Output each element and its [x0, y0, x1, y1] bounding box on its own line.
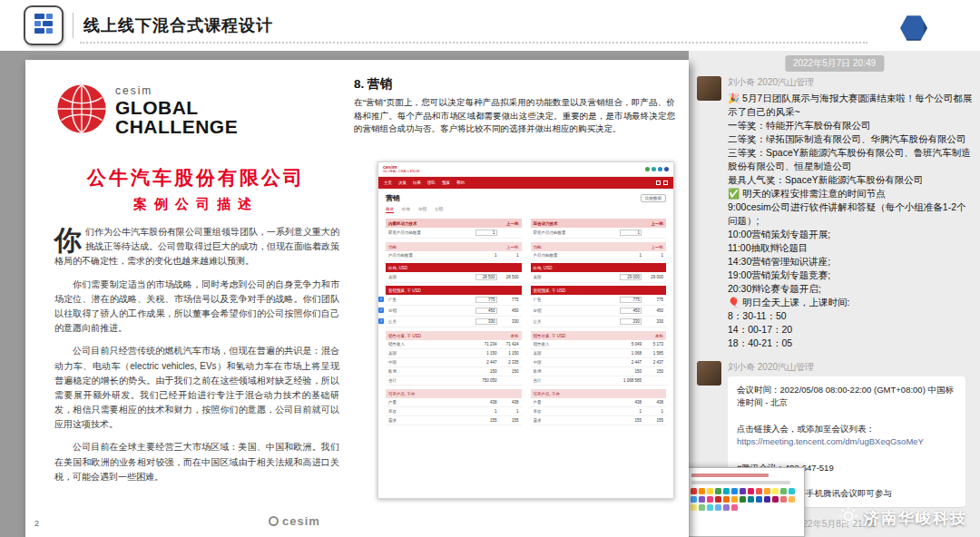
emoji-icon[interactable]	[691, 504, 697, 511]
sim-subheader: 可变产品, 千件	[386, 389, 522, 398]
cesim-screenshot: cesim GLOBAL CHALLENGE 主页决策结果团队预算帮助 营销 比…	[377, 161, 674, 499]
sim-row: 库存11	[531, 407, 667, 416]
sim-row: 研发产品功能数量1	[386, 228, 522, 239]
emoji-icon[interactable]	[723, 496, 730, 503]
sim-menubar-icons	[656, 181, 668, 185]
emoji-icon[interactable]	[756, 496, 762, 503]
message-text: 🎉 5月7日团队展示与海报大赛圆满结束啦！每个公司都展示了自己的风采~ 一等奖：…	[728, 92, 975, 350]
emoji-icon[interactable]	[723, 488, 730, 494]
emoji-icon[interactable]	[707, 488, 713, 494]
sim-row: 合计750 050	[386, 376, 522, 386]
message-line	[737, 448, 956, 461]
watermark-text: 济南华峻科技	[864, 508, 967, 529]
sim-subheader: 营销预算, 千 USD	[531, 286, 667, 295]
cesim-logo-text: cesim GLOBAL CHALLENGE	[115, 85, 238, 136]
emoji-icon[interactable]	[740, 496, 746, 503]
sim-row: 库存11	[386, 407, 522, 416]
sim-topbar: cesim GLOBAL CHALLENGE	[378, 162, 673, 177]
emoji-icon[interactable]	[731, 488, 738, 494]
emoji-icon[interactable]	[764, 488, 770, 494]
footer-logo-text: cesim	[282, 514, 320, 528]
sim-menu-item: 决策	[398, 181, 407, 185]
slide-page: cesim GLOBAL CHALLENGE 公牛汽车股份有限公司 案例公司描述…	[25, 60, 689, 537]
emoji-icon[interactable]	[789, 496, 795, 503]
emoji-icon[interactable]	[731, 504, 738, 511]
emoji-icon[interactable]	[780, 488, 787, 494]
emoji-icon[interactable]	[691, 488, 697, 494]
case-description: 你们作为公牛汽车股份有限公司重组领导团队，一系列意义重大的挑战正等待达成。公司曾…	[54, 225, 339, 493]
sim-subheader: 营销预算, 千 USD	[386, 286, 522, 295]
paragraph: 公司目前只经营传统的燃机汽车市场，但现在普遍的共识是：混合动力车、电动车（ele…	[54, 344, 339, 432]
emoji-icon[interactable]	[740, 488, 746, 494]
sim-content: 营销 比较数据 概览价格促销分销 内燃机动力技术上一轮研发产品功能数量1功能上一…	[378, 189, 673, 498]
sender-name: 刘小奇 2020汽山管理	[728, 76, 971, 89]
cesim-globe-icon	[56, 83, 107, 138]
emoji-icon[interactable]	[780, 496, 787, 503]
sim-menu-item: 主页	[384, 181, 392, 185]
paragraph: 公司目前在全球主要经营三大市场区域：美国、中国和欧洲。我们在美国和欧洲的业务相对…	[54, 440, 339, 484]
emoji-icon[interactable]	[699, 504, 705, 511]
sim-columns: 内燃机动力技术上一轮研发产品功能数量1功能上一轮产品功能数量11价格, USD美…	[386, 219, 666, 425]
sim-panel-hybrid: 混合动力技术上一轮研发产品功能数量1功能上一轮产品功能数量11价格, USD美国…	[531, 219, 667, 425]
teal-dot-icon	[652, 167, 656, 171]
emoji-icon[interactable]	[707, 496, 713, 503]
chat-scroll-area[interactable]: 2022年5月7日 20:49 刘小奇 2020汽山管理 🎉 5月7日团队展示与…	[689, 51, 980, 537]
paragraph: 你们需要制定适当的市场战略，同时考虑到公司的自身竞争力和市场定位、潜在的战略、关…	[54, 278, 339, 337]
emoji-icon[interactable]	[772, 488, 779, 494]
emoji-icon[interactable]	[772, 496, 779, 503]
brand-challenge: CHALLENGE	[115, 117, 238, 136]
indigo-dot-icon	[664, 167, 669, 171]
sim-row: 需求155155	[531, 416, 667, 425]
chat-panel[interactable]: 2022年5月7日 20:49 刘小奇 2020汽山管理 🎉 5月7日团队展示与…	[689, 51, 980, 537]
note-badge-icon: 3	[378, 318, 384, 324]
company-title: 公牛汽车股份有限公司	[51, 165, 341, 190]
emoji-icon[interactable]	[691, 496, 697, 503]
emoji-icon[interactable]	[715, 496, 721, 503]
emoji-icon[interactable]	[699, 488, 705, 494]
sim-row: 促销450450	[531, 306, 667, 317]
sticker-panel[interactable]	[689, 467, 805, 537]
dotted-rule	[80, 42, 867, 44]
chat-message: 刘小奇 2020汽山管理 🎉 5月7日团队展示与海报大赛圆满结束啦！每个公司都展…	[697, 76, 971, 350]
drop-cap: 你	[54, 225, 85, 254]
sim-row: 研发产品功能数量1	[531, 228, 667, 239]
popup-text-line	[691, 474, 769, 477]
sim-row: 美国1 1501 150	[386, 349, 522, 358]
sim-subheader: 可变产品, 千件	[531, 389, 667, 398]
emoji-icon[interactable]	[764, 496, 770, 503]
sim-panel-ice: 内燃机动力技术上一轮研发产品功能数量1功能上一轮产品功能数量11价格, USD美…	[386, 219, 522, 425]
cesim-footer-logo: cesim	[269, 514, 320, 528]
note-badge-icon: 2	[378, 308, 384, 313]
emoji-icon[interactable]	[756, 488, 762, 494]
sun-logo-icon	[838, 506, 858, 530]
emoji-icon[interactable]	[731, 496, 738, 503]
avatar[interactable]	[697, 361, 721, 386]
emoji-grid	[691, 488, 800, 511]
emoji-icon[interactable]	[715, 504, 721, 511]
sim-compare-button: 比较数据	[641, 194, 666, 202]
sim-row: 产品功能数量11	[531, 251, 667, 260]
sim-tab: 价格	[402, 207, 410, 213]
hexagon-icon	[900, 15, 927, 42]
grid-icon	[656, 181, 661, 185]
watermark: 济南华峻科技	[838, 506, 967, 530]
brand-global: GLOBAL	[115, 98, 238, 117]
emoji-icon[interactable]	[723, 504, 730, 511]
ring-icon	[269, 516, 279, 526]
sim-section-header: 混合动力技术上一轮	[531, 219, 667, 228]
emoji-icon[interactable]	[748, 496, 754, 503]
note-badge-icon: 1	[378, 297, 384, 302]
sim-brand-sub: GLOBAL CHALLENGE	[383, 171, 420, 174]
sim-tab: 概览	[386, 207, 394, 213]
emoji-icon[interactable]	[789, 488, 795, 494]
sim-tab: 促销	[418, 207, 426, 213]
meeting-link[interactable]: https://meeting.tencent.com/dm/ugBXeqGso…	[737, 435, 956, 448]
emoji-icon[interactable]	[748, 488, 754, 494]
user-icon	[663, 181, 668, 185]
emoji-icon[interactable]	[707, 504, 713, 511]
header-divider	[73, 13, 74, 38]
avatar[interactable]	[697, 76, 721, 101]
emoji-icon[interactable]	[699, 496, 705, 503]
sender-name: 刘小奇 2020汽山管理	[728, 361, 971, 374]
emoji-icon[interactable]	[715, 488, 721, 494]
